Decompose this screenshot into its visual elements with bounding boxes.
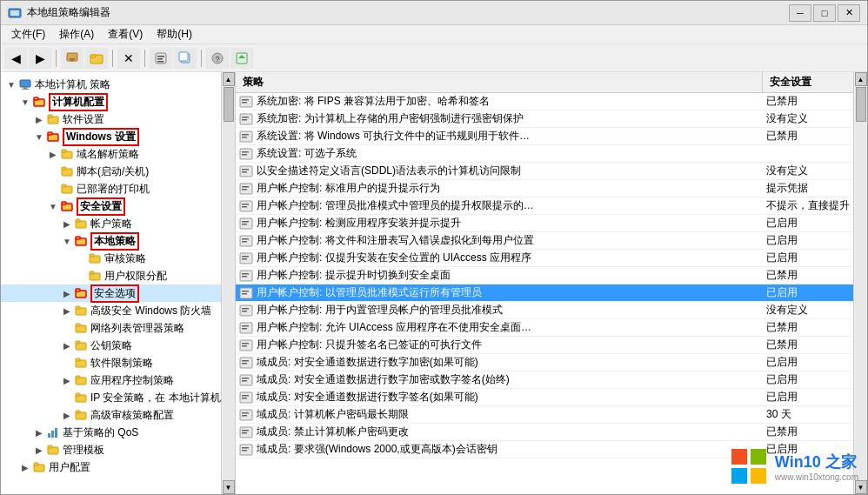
policy-row-18[interactable]: 域成员: 计算机帐户密码最长期限30 天	[236, 406, 867, 424]
scroll-thumb[interactable]	[224, 87, 234, 122]
svg-rect-16	[20, 80, 30, 87]
policy-icon-20	[239, 443, 253, 457]
policy-row-3[interactable]: 系统设置: 可选子系统	[236, 145, 867, 163]
tree-item-advanced-audit[interactable]: ▶ 高级审核策略配置	[1, 406, 221, 424]
svg-rect-120	[242, 415, 247, 417]
tree-item-user-rights[interactable]: ▶ 用户权限分配	[1, 267, 221, 284]
tree-item-local-policy[interactable]: ▼ 本地策略	[1, 232, 221, 250]
policy-row-2[interactable]: 系统设置: 将 Windows 可执行文件中的证书规则用于软件…已禁用	[236, 128, 867, 145]
policy-row-6[interactable]: 用户帐户控制: 管理员批准模式中管理员的提升权限提示的…不提示，直接提升	[236, 197, 867, 215]
tree-item-root[interactable]: ▼ 本地计算机 策略	[1, 76, 221, 93]
policy-row-12[interactable]: 用户帐户控制: 用于内置管理员帐户的管理员批准模式没有定义	[236, 302, 867, 319]
expand-user-config[interactable]: ▶	[18, 460, 32, 474]
maximize-button[interactable]: □	[813, 4, 836, 22]
close-button[interactable]: ✕	[838, 4, 860, 22]
svg-rect-74	[242, 151, 249, 153]
policy-row-20[interactable]: 域成员: 要求强(Windows 2000,或更高版本)会话密钥已启用	[236, 441, 867, 458]
policy-row-16[interactable]: 域成员: 对安全通道数据进行数字加密或数字签名(始终)已启用	[236, 371, 867, 389]
tree-item-applocker[interactable]: ▶ 应用程序控制策略	[1, 371, 221, 389]
policy-row-15[interactable]: 域成员: 对安全通道数据进行数字加密(如果可能)已启用	[236, 354, 867, 371]
security-column-header[interactable]: 安全设置	[763, 72, 867, 92]
tree-item-security-settings[interactable]: ▼ 安全设置	[1, 197, 221, 215]
security-cell-15: 已启用	[763, 355, 867, 370]
expand-advanced-audit[interactable]: ▶	[60, 408, 74, 422]
tree-item-audit-policy[interactable]: ▶ 审核策略	[1, 250, 221, 267]
expand-computer-config[interactable]: ▼	[18, 95, 32, 109]
tree-item-software-restrict[interactable]: ▶ 软件限制策略	[1, 354, 221, 371]
policy-row-17[interactable]: 域成员: 对安全通道数据进行数字签名(如果可能)已启用	[236, 389, 867, 406]
tree-item-qos[interactable]: ▶ 基于策略的 QoS	[1, 424, 221, 441]
svg-rect-30	[62, 184, 66, 187]
policy-row-13[interactable]: 用户帐户控制: 允许 UIAccess 应用程序在不使用安全桌面…已禁用	[236, 319, 867, 337]
policy-row-4[interactable]: 以安全描述符定义语言(SDDL)语法表示的计算机访问限制没有定义	[236, 163, 867, 180]
tree-item-security-options[interactable]: ▶ 安全选项	[1, 284, 221, 302]
menu-file[interactable]: 文件(F)	[4, 25, 52, 43]
expand-qos[interactable]: ▶	[32, 425, 46, 439]
scroll-track[interactable]	[223, 86, 235, 480]
policy-row-0[interactable]: 系统加密: 将 FIPS 兼容算法用于加密、哈希和签名已禁用	[236, 93, 867, 110]
policy-row-19[interactable]: 域成员: 禁止计算机帐户密码更改已禁用	[236, 424, 867, 441]
policy-icon-4	[239, 164, 253, 178]
expand-account-policy[interactable]: ▶	[60, 217, 74, 231]
back-button[interactable]: ◀	[4, 48, 27, 69]
expand-root[interactable]: ▼	[4, 77, 18, 91]
menu-action[interactable]: 操作(A)	[52, 25, 101, 43]
folder-button[interactable]	[85, 48, 108, 69]
policy-row-7[interactable]: 用户帐户控制: 检测应用程序安装并提示提升已启用	[236, 215, 867, 232]
scroll-down-button[interactable]: ▼	[223, 480, 235, 494]
tree-container: ▼ 本地计算机 策略 ▼ 计算机配置 ▶	[1, 72, 221, 479]
expand-firewall[interactable]: ▶	[60, 304, 74, 318]
up-button[interactable]	[61, 48, 83, 69]
expand-software[interactable]: ▶	[32, 112, 46, 126]
tree-item-firewall[interactable]: ▶ 高级安全 Windows 防火墙	[1, 302, 221, 319]
expand-security-options[interactable]: ▶	[60, 286, 74, 300]
tree-item-user-config[interactable]: ▶ 用户配置	[1, 458, 221, 476]
tree-item-scripts[interactable]: ▶ 脚本(启动/关机)	[1, 163, 221, 180]
scroll-up-button[interactable]: ▲	[223, 72, 235, 86]
export-button[interactable]	[230, 48, 253, 69]
right-scroll-thumb[interactable]	[856, 87, 866, 122]
policy-row-8[interactable]: 用户帐户控制: 将文件和注册表写入错误虚拟化到每用户位置已启用	[236, 232, 867, 250]
tree-item-network-list[interactable]: ▶ 网络列表管理器策略	[1, 319, 221, 337]
expand-local-policy[interactable]: ▼	[60, 234, 74, 248]
delete-button[interactable]: ✕	[117, 48, 140, 69]
tree-item-pubkey[interactable]: ▶ 公钥策略	[1, 337, 221, 354]
help-button[interactable]: ?	[206, 48, 229, 69]
policy-row-11[interactable]: 用户帐户控制: 以管理员批准模式运行所有管理员已启用	[236, 284, 867, 302]
expand-dns[interactable]: ▶	[46, 147, 60, 161]
expand-security-settings[interactable]: ▼	[46, 199, 60, 213]
expand-admin-templates[interactable]: ▶	[32, 443, 46, 457]
tree-item-dns[interactable]: ▶ 域名解析策略	[1, 145, 221, 163]
expand-pubkey[interactable]: ▶	[60, 338, 74, 352]
policy-row-9[interactable]: 用户帐户控制: 仅提升安装在安全位置的 UIAccess 应用程序已启用	[236, 250, 867, 267]
menu-view[interactable]: 查看(V)	[101, 25, 150, 43]
minimize-button[interactable]: ─	[789, 4, 811, 22]
tree-item-software[interactable]: ▶ 软件设置	[1, 110, 221, 128]
policy-row-1[interactable]: 系统加密: 为计算机上存储的用户密钥强制进行强密钥保护没有定义	[236, 110, 867, 128]
right-scroll-down-button[interactable]: ▼	[855, 480, 867, 494]
tree-item-admin-templates[interactable]: ▶ 管理模板	[1, 441, 221, 458]
tree-item-ipsec[interactable]: ▶ IP 安全策略，在 本地计算机	[1, 389, 221, 406]
tree-label-security-settings: 安全设置	[77, 197, 125, 216]
forward-button[interactable]: ▶	[29, 48, 51, 69]
tree-item-account-policy[interactable]: ▶ 帐户策略	[1, 215, 221, 232]
policy-row-10[interactable]: 用户帐户控制: 提示提升时切换到安全桌面已禁用	[236, 267, 867, 284]
new-window-button[interactable]	[174, 48, 197, 69]
expand-applocker[interactable]: ▶	[60, 373, 74, 387]
right-scroll-up-button[interactable]: ▲	[855, 72, 867, 86]
expand-windows-settings[interactable]: ▼	[32, 130, 46, 144]
left-scrollbar[interactable]: ▲ ▼	[221, 72, 235, 494]
security-cell-16: 已启用	[763, 372, 867, 387]
tree-item-windows-settings[interactable]: ▼ Windows 设置	[1, 128, 221, 145]
tree-item-printers[interactable]: ▶ 已部署的打印机	[1, 180, 221, 197]
properties-button[interactable]	[150, 48, 172, 69]
right-scrollbar[interactable]: ▲ ▼	[853, 72, 867, 494]
menu-help[interactable]: 帮助(H)	[150, 25, 199, 43]
policy-row-5[interactable]: 用户帐户控制: 标准用户的提升提示行为提示凭据	[236, 180, 867, 197]
tree-item-computer-config[interactable]: ▼ 计算机配置	[1, 93, 221, 110]
policy-row-14[interactable]: 用户帐户控制: 只提升签名名已签证的可执行文件已禁用	[236, 337, 867, 354]
tree-label-advanced-audit: 高级审核策略配置	[90, 408, 174, 423]
policy-icon-6	[239, 199, 253, 213]
right-scroll-track[interactable]	[855, 86, 867, 480]
policy-column-header[interactable]: 策略	[236, 72, 763, 92]
